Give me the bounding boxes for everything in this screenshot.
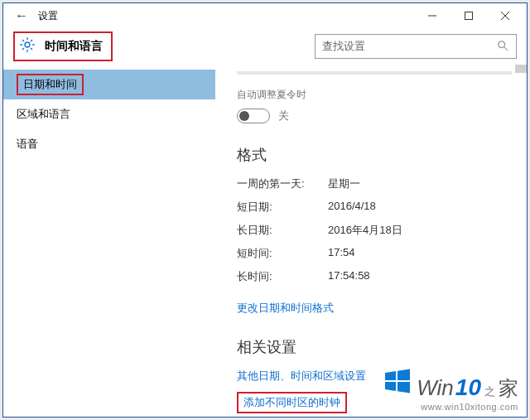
wm-zhi: 之: [484, 384, 495, 399]
wm-jia: 家: [499, 375, 518, 402]
svg-marker-8: [398, 369, 410, 381]
minimize-button[interactable]: [414, 4, 450, 27]
svg-line-6: [504, 47, 508, 51]
window-title: 设置: [38, 9, 414, 23]
other-settings-link[interactable]: 其他日期、时间和区域设置: [237, 369, 366, 384]
sidebar-item-region[interactable]: 区域和语言: [3, 99, 215, 129]
back-icon[interactable]: ←: [15, 9, 28, 22]
page-title-highlight: 时间和语言: [13, 31, 113, 61]
body: 日期和时间 区域和语言 语音 自动调整夏令时 关 格式: [3, 65, 527, 417]
format-header: 格式: [237, 145, 508, 165]
sidebar-item-speech[interactable]: 语音: [3, 129, 215, 159]
search-icon: [496, 39, 509, 55]
svg-marker-7: [385, 371, 396, 380]
sidebar-item-datetime[interactable]: 日期和时间: [3, 70, 215, 99]
sidebar: 日期和时间 区域和语言 语音: [3, 65, 215, 417]
sidebar-item-label: 日期和时间: [17, 74, 84, 95]
page-header: 时间和语言 查找设置: [3, 28, 527, 65]
close-button[interactable]: [487, 4, 523, 27]
svg-point-4: [25, 42, 30, 47]
change-format-link[interactable]: 更改日期和时间格式: [237, 301, 334, 316]
watermark: Win10之家 www.win10xitong.com: [383, 367, 518, 412]
svg-point-5: [499, 41, 505, 47]
row-short-date: 短日期:2016/4/18: [237, 200, 508, 215]
add-clocks-highlight: 添加不同时区的时钟: [237, 392, 347, 413]
row-first-day: 一周的第一天:星期一: [237, 176, 508, 191]
maximize-button[interactable]: [450, 4, 487, 27]
toggle-track: [237, 109, 270, 123]
page-title: 时间和语言: [45, 39, 103, 54]
windows-logo-icon: [383, 367, 412, 398]
dst-label: 自动调整夏令时: [237, 88, 508, 102]
settings-window: ← 设置 时间和语言 查找设置 日期和时间 区域和语: [2, 2, 528, 418]
toggle-state: 关: [278, 109, 289, 123]
wm-10: 10: [455, 374, 481, 401]
svg-rect-1: [465, 12, 473, 20]
window-controls: [414, 4, 523, 27]
related-header: 相关设置: [237, 337, 508, 357]
scrollbar[interactable]: [515, 65, 527, 73]
dst-toggle[interactable]: 关: [237, 109, 508, 123]
wm-win: Win: [417, 375, 454, 401]
row-long-date: 长日期:2016年4月18日: [237, 223, 508, 238]
titlebar: ← 设置: [3, 3, 527, 28]
wm-url: www.win10xitong.com: [383, 402, 518, 412]
sidebar-item-label: 语音: [17, 137, 38, 152]
row-short-time: 短时间:17:54: [237, 246, 508, 261]
add-clocks-link[interactable]: 添加不同时区的时钟: [243, 395, 340, 410]
sidebar-item-label: 区域和语言: [17, 107, 70, 122]
divider: [237, 71, 512, 75]
row-long-time: 长时间:17:54:58: [237, 269, 508, 284]
gear-icon: [18, 36, 36, 57]
search-placeholder: 查找设置: [322, 39, 496, 54]
svg-marker-9: [385, 382, 396, 391]
toggle-knob: [239, 111, 249, 121]
dst-section: 自动调整夏令时 关: [237, 88, 508, 123]
content-pane: 自动调整夏令时 关 格式 一周的第一天:星期一 短日期:2016/4/18 长日…: [215, 65, 527, 417]
svg-marker-10: [398, 382, 410, 393]
search-input[interactable]: 查找设置: [315, 34, 517, 59]
